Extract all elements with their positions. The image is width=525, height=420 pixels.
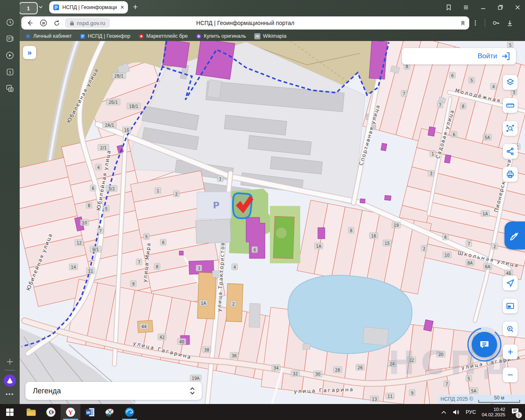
screenshot-icon[interactable] <box>5 84 14 93</box>
svg-text:28: 28 <box>335 368 340 372</box>
svg-text:6: 6 <box>444 235 447 240</box>
house-number: 6 <box>450 72 455 78</box>
share-button[interactable] <box>503 144 518 159</box>
legend-label: Легенда <box>33 387 61 395</box>
svg-text:2: 2 <box>423 247 425 251</box>
house-number: 3/2 <box>106 185 117 192</box>
downloads-icon[interactable] <box>507 20 513 27</box>
passwords-icon[interactable] <box>492 19 500 27</box>
svg-text:1: 1 <box>9 70 11 74</box>
yandex-browser-button[interactable]: Y <box>61 404 80 420</box>
back-icon[interactable] <box>26 19 34 27</box>
svg-text:38: 38 <box>204 348 209 352</box>
house-number: 1В/1 <box>127 103 141 109</box>
minimize-icon[interactable] <box>480 4 486 11</box>
minimap-button[interactable] <box>503 299 518 313</box>
lock-icon <box>70 21 74 26</box>
address-bar[interactable]: Я nspd.gov.ru НСПД | Геоинформационный п… <box>21 16 469 30</box>
url-chip[interactable]: nspd.gov.ru <box>65 18 110 28</box>
more-menu-icon[interactable] <box>472 20 478 26</box>
map-canvas[interactable]: Р Юбилейная улицаЮбилейная улицаЮбилейна… <box>20 41 525 404</box>
chat-button[interactable] <box>472 332 497 357</box>
house-number: 4 <box>96 164 101 170</box>
svg-text:1А: 1А <box>483 212 488 216</box>
reload-icon[interactable] <box>53 20 60 27</box>
house-number: 11 <box>87 268 95 274</box>
bookmark-item[interactable]: Купить оригиналь <box>196 33 246 39</box>
chevron-down-icon[interactable] <box>38 4 43 10</box>
map-viewport[interactable]: Р Юбилейная улицаЮбилейная улицаЮбилейна… <box>20 41 525 404</box>
house-number: 19 <box>392 222 401 228</box>
svg-text:10: 10 <box>82 221 87 225</box>
house-number: 5А <box>483 134 492 140</box>
svg-text:30: 30 <box>315 372 320 377</box>
edge-button[interactable] <box>120 404 139 420</box>
zoom-out-button[interactable]: − <box>503 368 518 382</box>
legend-toggle[interactable]: Легенда <box>25 382 202 400</box>
restore-icon[interactable] <box>497 4 504 11</box>
search-extent-button[interactable] <box>503 322 518 336</box>
history-icon[interactable] <box>6 18 14 27</box>
selected-parcel[interactable] <box>233 193 253 218</box>
tray-expand-icon[interactable] <box>441 410 447 414</box>
bookmark-item[interactable]: Маркетплейс бре <box>139 33 188 39</box>
alice-assistant-icon[interactable] <box>4 374 16 387</box>
house-number: 11 <box>386 393 395 399</box>
close-window-icon[interactable] <box>514 4 521 11</box>
svg-text:5: 5 <box>470 78 473 83</box>
yandex-services-icon[interactable]: Я <box>39 19 48 27</box>
clock[interactable]: 10:42 04.02.2025 <box>482 407 505 418</box>
nspd-favicon <box>80 34 85 39</box>
feedback-pin-button[interactable] <box>504 221 525 249</box>
new-tab-button[interactable]: + <box>130 1 141 13</box>
volume-icon[interactable] <box>452 409 460 415</box>
bookmark-item[interactable]: Личный кабинет <box>25 33 72 39</box>
measure-button[interactable] <box>503 98 518 113</box>
svg-text:7: 7 <box>468 242 470 246</box>
video-icon[interactable] <box>5 51 14 60</box>
print-icon <box>506 170 515 179</box>
svg-text:19А: 19А <box>192 376 199 381</box>
feed-icon[interactable] <box>6 34 14 43</box>
house-number: 16 <box>370 233 378 239</box>
zoom-in-button[interactable]: + <box>503 345 518 359</box>
svg-text:5: 5 <box>105 207 107 211</box>
house-number: 2А/1 <box>103 122 116 128</box>
word-button[interactable]: W <box>80 404 100 420</box>
tabs-count-icon[interactable]: 1 <box>6 68 14 76</box>
svg-text:44: 44 <box>142 324 146 329</box>
login-button[interactable]: Войти <box>402 48 516 64</box>
layers-button[interactable] <box>503 75 518 90</box>
tab-group-counter[interactable]: 1 <box>19 2 38 14</box>
add-panel-icon[interactable] <box>6 358 14 366</box>
parking-label: Р <box>213 200 219 210</box>
svg-text:3/2: 3/2 <box>108 187 115 191</box>
snipping-tool-button[interactable] <box>100 404 120 420</box>
svg-text:6: 6 <box>92 186 94 191</box>
tab-close-icon[interactable]: ✕ <box>120 5 124 10</box>
notification-center[interactable]: 1 <box>511 408 519 417</box>
consultant-app-button[interactable]: C <box>41 404 61 420</box>
svg-text:6: 6 <box>453 132 455 137</box>
start-button[interactable] <box>0 404 20 420</box>
expand-panel-button[interactable]: » <box>23 46 36 59</box>
house-number: 7 <box>136 259 142 265</box>
house-number: 34 <box>272 365 281 371</box>
svg-text:1: 1 <box>157 189 159 193</box>
file-explorer-button[interactable] <box>21 404 41 420</box>
object-search-button[interactable] <box>503 121 518 136</box>
browser-tab[interactable]: НСПД | Геоинформаци ✕ <box>49 1 128 14</box>
svg-text:9: 9 <box>411 391 413 395</box>
svg-text:6: 6 <box>451 73 454 78</box>
bookmarks-panel-icon[interactable] <box>445 4 452 11</box>
bookmark-icon[interactable] <box>460 20 466 26</box>
bookmark-item[interactable]: НСПД | Геоинфор <box>80 33 130 39</box>
language-indicator[interactable]: РУС <box>466 409 476 415</box>
print-button[interactable] <box>503 167 518 182</box>
more-icon[interactable]: ••• <box>6 391 14 397</box>
menu-icon[interactable] <box>463 4 469 11</box>
locate-button[interactable] <box>503 276 518 290</box>
bookmark-item[interactable]: re Wikimapia <box>254 33 287 39</box>
svg-text:15: 15 <box>385 241 390 246</box>
svg-text:2А/1: 2А/1 <box>105 123 114 128</box>
